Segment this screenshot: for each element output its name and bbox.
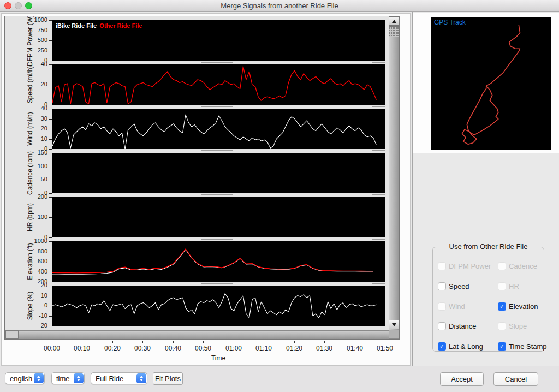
checkbox-label-hr: HR [509, 282, 519, 290]
y-axis-label-dfpm-power: DFPM Power (W) [26, 16, 34, 66]
y-tick-label: 20 [21, 125, 47, 132]
x-tick-label: 01:00 [222, 345, 246, 352]
y-axis-label-cadence: Cadence (rpm) [26, 151, 34, 195]
checkbox-wind [438, 302, 446, 311]
x-tick-mark [82, 341, 82, 343]
checkbox-time-stamp[interactable] [498, 342, 506, 351]
plot-separator-handle[interactable] [372, 283, 385, 284]
popup-stepper-icon [136, 373, 146, 383]
y-tick-mark [49, 109, 52, 109]
x-tick-label: 00:50 [191, 345, 215, 352]
y-tick-label: 0 [21, 302, 47, 308]
checkbox-label-slope: Slope [509, 322, 527, 330]
plot-separator-handle[interactable] [201, 194, 233, 195]
plot-elevation-lines [52, 241, 385, 282]
plot-speed-lines [52, 64, 385, 105]
y-tick-label: 500 [21, 37, 47, 43]
plot-separator-handle[interactable] [372, 239, 385, 240]
y-tick-label: 1000 [21, 16, 47, 23]
language-select[interactable]: english [5, 372, 45, 384]
x-tick-mark [52, 341, 52, 343]
x-axis-mode-select[interactable]: time [51, 372, 85, 384]
y-tick-label: 400 [21, 268, 47, 275]
checkbox-label-cadence: Cadence [509, 262, 537, 270]
y-tick-mark [49, 20, 52, 21]
y-tick-label: 50 [21, 176, 47, 182]
vertical-scrollbar[interactable] [389, 16, 399, 339]
accept-button[interactable]: Accept [440, 372, 484, 386]
plot-separator-handle[interactable] [201, 62, 233, 63]
y-axis-label-speed: Speed (mi/h) [26, 66, 34, 104]
x-tick-mark [112, 341, 113, 343]
y-tick-label: 100 [21, 213, 47, 220]
x-tick-mark [203, 341, 204, 343]
x-tick-mark [355, 341, 355, 343]
plot-separator-handle[interactable] [372, 62, 385, 63]
plot-separator-handle[interactable] [372, 106, 385, 107]
y-tick-label: 10 [21, 135, 47, 142]
x-tick-label: 01:20 [282, 345, 306, 352]
legend-item-ibike-ride-file: iBike Ride File [56, 22, 97, 29]
checkbox-label-speed: Speed [449, 282, 469, 290]
y-tick-mark [49, 316, 52, 317]
checkbox-distance[interactable] [438, 322, 446, 330]
checkbox-lat-long[interactable] [438, 342, 446, 351]
y-tick-label: 200 [21, 193, 47, 200]
plot-separator-handle[interactable] [372, 194, 385, 195]
gps-track-plot [431, 17, 551, 150]
y-axis-label-elevation: Elevation (ft) [26, 243, 34, 280]
plot-separator-handle[interactable] [201, 106, 233, 107]
y-tick-label: 20 [21, 282, 47, 288]
vertical-scrollbar-thumb[interactable] [389, 26, 399, 37]
gps-track-box: GPS Track [431, 17, 551, 150]
x-tick-mark [142, 341, 143, 343]
gps-panel: GPS Track [413, 13, 559, 153]
y-tick-mark [49, 282, 52, 282]
plot-separator-handle[interactable] [201, 150, 233, 151]
down-arrow-icon [392, 323, 396, 326]
plot-scroll-pane: 02505007501000DFPM Power (W)02040Speed (… [4, 16, 400, 340]
y-tick-label: 40 [21, 105, 47, 111]
x-tick-label: 01:40 [343, 345, 367, 352]
y-tick-mark [49, 326, 52, 326]
y-tick-mark [49, 51, 52, 51]
plot-wind-lines [52, 109, 385, 149]
y-tick-mark [49, 105, 52, 105]
merge-signals-dialog: Merge Signals from another Ride File 025… [0, 0, 559, 392]
y-tick-label: 40 [21, 61, 47, 67]
x-tick-mark [294, 341, 295, 343]
up-arrow-icon [392, 20, 396, 23]
x-tick-label: 00:00 [40, 345, 64, 352]
y-tick-label: 20 [21, 81, 47, 87]
plot-cadence-lines [52, 153, 385, 193]
range-select-value: Full Ride [91, 375, 136, 383]
range-select[interactable]: Full Ride [91, 372, 147, 384]
checkbox-label-wind: Wind [449, 302, 465, 311]
scrollbar-down-button[interactable] [389, 320, 399, 329]
plot-legend: iBike Ride FileOther Ride File [56, 22, 142, 29]
y-tick-mark [49, 119, 52, 120]
y-tick-mark [49, 252, 52, 252]
y-tick-mark [49, 193, 52, 194]
checkbox-elevation[interactable] [498, 302, 506, 311]
checkbox-dfpm-power [438, 262, 446, 270]
plot-separator-handle[interactable] [372, 150, 385, 151]
plot-separator-handle[interactable] [201, 283, 233, 284]
scrollbar-up-button[interactable] [389, 16, 399, 26]
checkbox-hr [498, 282, 506, 290]
horizontal-scrollbar[interactable] [5, 330, 389, 339]
checkbox-speed[interactable] [438, 282, 446, 290]
y-tick-label: 750 [21, 27, 47, 33]
y-tick-mark [49, 180, 52, 180]
fit-plots-button[interactable]: Fit Plots [153, 372, 183, 385]
cancel-button[interactable]: Cancel [493, 372, 538, 386]
x-tick-label: 00:10 [70, 345, 94, 352]
y-axis-label-wind: Wind (mi/h) [26, 112, 34, 145]
horizontal-scrollbar-thumb[interactable] [5, 330, 19, 339]
gps-track-title: GPS Track [434, 19, 466, 26]
checkbox-label-dfpm-power: DFPM Power [449, 262, 491, 270]
y-tick-mark [49, 241, 52, 242]
x-tick-label: 00:20 [100, 345, 124, 352]
y-tick-mark [49, 40, 52, 41]
plot-separator-handle[interactable] [201, 239, 233, 240]
